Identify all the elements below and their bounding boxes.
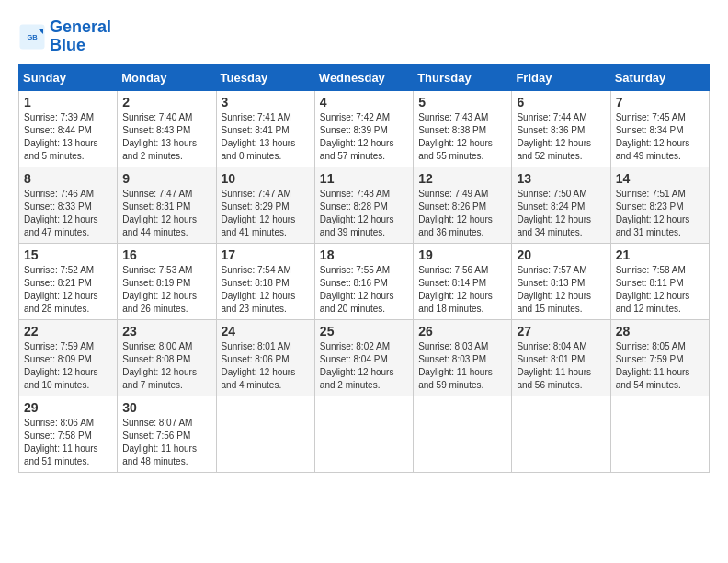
day-number: 12 bbox=[418, 171, 506, 186]
day-number: 15 bbox=[24, 247, 112, 262]
calendar-cell: 27Sunrise: 8:04 AMSunset: 8:01 PMDayligh… bbox=[512, 319, 610, 396]
day-info: Sunrise: 7:51 AMSunset: 8:23 PMDaylight:… bbox=[616, 188, 704, 239]
day-info: Sunrise: 7:50 AMSunset: 8:24 PMDaylight:… bbox=[517, 188, 605, 239]
day-number: 13 bbox=[517, 171, 605, 186]
day-info: Sunrise: 8:03 AMSunset: 8:03 PMDaylight:… bbox=[418, 340, 506, 392]
calendar-cell: 18Sunrise: 7:55 AMSunset: 8:16 PMDayligh… bbox=[314, 243, 413, 319]
calendar-cell: 2Sunrise: 7:40 AMSunset: 8:43 PMDaylight… bbox=[118, 90, 216, 167]
calendar-cell: 30Sunrise: 8:07 AMSunset: 7:56 PMDayligh… bbox=[118, 396, 216, 472]
calendar-cell: 29Sunrise: 8:06 AMSunset: 7:58 PMDayligh… bbox=[19, 396, 118, 472]
calendar-cell bbox=[610, 396, 709, 472]
day-info: Sunrise: 7:49 AMSunset: 8:26 PMDaylight:… bbox=[418, 188, 506, 239]
calendar-cell: 5Sunrise: 7:43 AMSunset: 8:38 PMDaylight… bbox=[414, 90, 512, 167]
day-number: 27 bbox=[517, 324, 605, 339]
day-info: Sunrise: 7:47 AMSunset: 8:29 PMDaylight:… bbox=[222, 188, 310, 239]
calendar-week-3: 15Sunrise: 7:52 AMSunset: 8:21 PMDayligh… bbox=[19, 243, 710, 319]
calendar-header-row: SundayMondayTuesdayWednesdayThursdayFrid… bbox=[19, 64, 710, 90]
calendar-week-4: 22Sunrise: 7:59 AMSunset: 8:09 PMDayligh… bbox=[19, 319, 710, 396]
day-number: 7 bbox=[616, 95, 704, 109]
day-info: Sunrise: 7:39 AMSunset: 8:44 PMDaylight:… bbox=[24, 111, 112, 163]
calendar-cell: 11Sunrise: 7:48 AMSunset: 8:28 PMDayligh… bbox=[314, 167, 413, 243]
day-info: Sunrise: 8:07 AMSunset: 7:56 PMDaylight:… bbox=[122, 417, 210, 468]
calendar-header-thursday: Thursday bbox=[414, 64, 512, 90]
calendar-cell: 17Sunrise: 7:54 AMSunset: 8:18 PMDayligh… bbox=[216, 243, 314, 319]
calendar-cell: 22Sunrise: 7:59 AMSunset: 8:09 PMDayligh… bbox=[19, 319, 118, 396]
calendar-header-saturday: Saturday bbox=[610, 64, 709, 90]
calendar-cell: 12Sunrise: 7:49 AMSunset: 8:26 PMDayligh… bbox=[414, 167, 512, 243]
calendar-cell bbox=[216, 396, 314, 472]
day-info: Sunrise: 7:47 AMSunset: 8:31 PMDaylight:… bbox=[122, 188, 210, 239]
calendar-cell: 28Sunrise: 8:05 AMSunset: 7:59 PMDayligh… bbox=[610, 319, 709, 396]
page-header: GB General Blue bbox=[18, 18, 710, 55]
day-info: Sunrise: 7:55 AMSunset: 8:16 PMDaylight:… bbox=[320, 264, 408, 316]
calendar-header-monday: Monday bbox=[118, 64, 216, 90]
calendar-cell: 23Sunrise: 8:00 AMSunset: 8:08 PMDayligh… bbox=[118, 319, 216, 396]
day-number: 17 bbox=[222, 247, 310, 262]
day-number: 26 bbox=[418, 324, 506, 339]
day-number: 1 bbox=[24, 95, 112, 109]
calendar-header-tuesday: Tuesday bbox=[216, 64, 314, 90]
calendar-cell: 15Sunrise: 7:52 AMSunset: 8:21 PMDayligh… bbox=[19, 243, 118, 319]
calendar-cell: 14Sunrise: 7:51 AMSunset: 8:23 PMDayligh… bbox=[610, 167, 709, 243]
calendar-week-5: 29Sunrise: 8:06 AMSunset: 7:58 PMDayligh… bbox=[19, 396, 710, 472]
day-info: Sunrise: 7:43 AMSunset: 8:38 PMDaylight:… bbox=[418, 111, 506, 163]
day-number: 25 bbox=[320, 324, 408, 339]
day-info: Sunrise: 7:46 AMSunset: 8:33 PMDaylight:… bbox=[24, 188, 112, 239]
logo-text: General Blue bbox=[50, 18, 111, 55]
day-number: 11 bbox=[320, 171, 408, 186]
day-number: 19 bbox=[418, 247, 506, 262]
calendar-cell: 3Sunrise: 7:41 AMSunset: 8:41 PMDaylight… bbox=[216, 90, 314, 167]
logo: GB General Blue bbox=[18, 18, 111, 55]
calendar-body: 1Sunrise: 7:39 AMSunset: 8:44 PMDaylight… bbox=[19, 90, 710, 472]
calendar-cell: 24Sunrise: 8:01 AMSunset: 8:06 PMDayligh… bbox=[216, 319, 314, 396]
day-info: Sunrise: 8:05 AMSunset: 7:59 PMDaylight:… bbox=[616, 340, 704, 392]
day-number: 3 bbox=[222, 95, 310, 109]
day-number: 23 bbox=[122, 324, 210, 339]
svg-text:GB: GB bbox=[27, 33, 38, 41]
calendar-cell: 21Sunrise: 7:58 AMSunset: 8:11 PMDayligh… bbox=[610, 243, 709, 319]
day-number: 29 bbox=[24, 400, 112, 415]
day-number: 20 bbox=[517, 247, 605, 262]
day-number: 24 bbox=[222, 324, 310, 339]
day-number: 18 bbox=[320, 247, 408, 262]
day-info: Sunrise: 8:04 AMSunset: 8:01 PMDaylight:… bbox=[517, 340, 605, 392]
day-info: Sunrise: 7:40 AMSunset: 8:43 PMDaylight:… bbox=[122, 111, 210, 163]
day-info: Sunrise: 7:44 AMSunset: 8:36 PMDaylight:… bbox=[517, 111, 605, 163]
day-info: Sunrise: 7:42 AMSunset: 8:39 PMDaylight:… bbox=[320, 111, 408, 163]
calendar-cell: 1Sunrise: 7:39 AMSunset: 8:44 PMDaylight… bbox=[19, 90, 118, 167]
calendar-cell: 9Sunrise: 7:47 AMSunset: 8:31 PMDaylight… bbox=[118, 167, 216, 243]
calendar-cell: 25Sunrise: 8:02 AMSunset: 8:04 PMDayligh… bbox=[314, 319, 413, 396]
day-number: 8 bbox=[24, 171, 112, 186]
calendar-cell: 13Sunrise: 7:50 AMSunset: 8:24 PMDayligh… bbox=[512, 167, 610, 243]
day-info: Sunrise: 7:58 AMSunset: 8:11 PMDaylight:… bbox=[616, 264, 704, 316]
calendar-cell: 20Sunrise: 7:57 AMSunset: 8:13 PMDayligh… bbox=[512, 243, 610, 319]
calendar-cell bbox=[314, 396, 413, 472]
day-info: Sunrise: 7:57 AMSunset: 8:13 PMDaylight:… bbox=[517, 264, 605, 316]
day-info: Sunrise: 8:06 AMSunset: 7:58 PMDaylight:… bbox=[24, 417, 112, 468]
day-info: Sunrise: 7:52 AMSunset: 8:21 PMDaylight:… bbox=[24, 264, 112, 316]
calendar-header-sunday: Sunday bbox=[19, 64, 118, 90]
day-info: Sunrise: 8:01 AMSunset: 8:06 PMDaylight:… bbox=[222, 340, 310, 392]
day-info: Sunrise: 7:53 AMSunset: 8:19 PMDaylight:… bbox=[122, 264, 210, 316]
day-info: Sunrise: 7:41 AMSunset: 8:41 PMDaylight:… bbox=[222, 111, 310, 163]
calendar-table: SundayMondayTuesdayWednesdayThursdayFrid… bbox=[18, 64, 710, 473]
calendar-cell bbox=[414, 396, 512, 472]
calendar-cell: 19Sunrise: 7:56 AMSunset: 8:14 PMDayligh… bbox=[414, 243, 512, 319]
calendar-cell: 4Sunrise: 7:42 AMSunset: 8:39 PMDaylight… bbox=[314, 90, 413, 167]
day-info: Sunrise: 7:48 AMSunset: 8:28 PMDaylight:… bbox=[320, 188, 408, 239]
day-info: Sunrise: 7:56 AMSunset: 8:14 PMDaylight:… bbox=[418, 264, 506, 316]
day-number: 2 bbox=[122, 95, 210, 109]
day-number: 6 bbox=[517, 95, 605, 109]
day-info: Sunrise: 7:54 AMSunset: 8:18 PMDaylight:… bbox=[222, 264, 310, 316]
logo-icon: GB bbox=[18, 23, 46, 51]
day-number: 22 bbox=[24, 324, 112, 339]
day-number: 21 bbox=[616, 247, 704, 262]
calendar-cell: 7Sunrise: 7:45 AMSunset: 8:34 PMDaylight… bbox=[610, 90, 709, 167]
calendar-cell: 10Sunrise: 7:47 AMSunset: 8:29 PMDayligh… bbox=[216, 167, 314, 243]
calendar-cell: 16Sunrise: 7:53 AMSunset: 8:19 PMDayligh… bbox=[118, 243, 216, 319]
calendar-week-1: 1Sunrise: 7:39 AMSunset: 8:44 PMDaylight… bbox=[19, 90, 710, 167]
calendar-cell bbox=[512, 396, 610, 472]
day-info: Sunrise: 8:00 AMSunset: 8:08 PMDaylight:… bbox=[122, 340, 210, 392]
calendar-cell: 8Sunrise: 7:46 AMSunset: 8:33 PMDaylight… bbox=[19, 167, 118, 243]
day-number: 30 bbox=[122, 400, 210, 415]
